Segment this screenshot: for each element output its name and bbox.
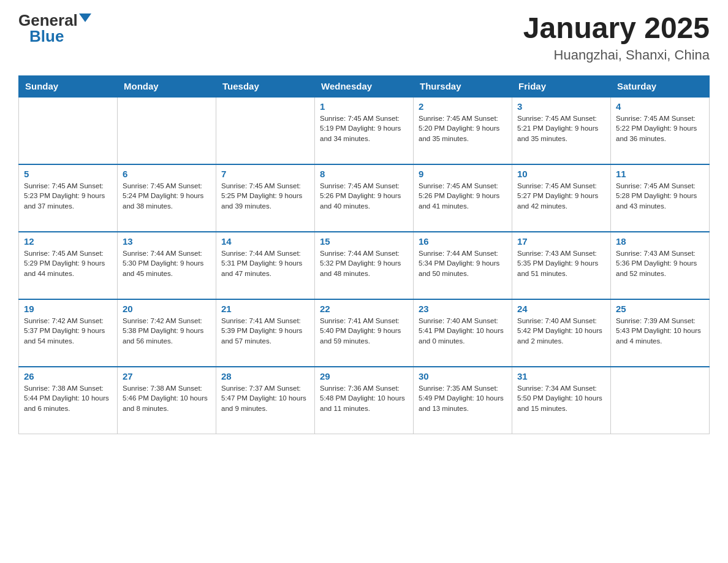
calendar-cell: 24Sunrise: 7:40 AM Sunset: 5:42 PM Dayli… [512,299,611,367]
month-title: January 2025 [523,12,710,45]
calendar-cell: 28Sunrise: 7:37 AM Sunset: 5:47 PM Dayli… [216,367,315,434]
day-info: Sunrise: 7:38 AM Sunset: 5:46 PM Dayligh… [123,383,211,414]
calendar-cell: 29Sunrise: 7:36 AM Sunset: 5:48 PM Dayli… [315,367,414,434]
calendar-cell: 4Sunrise: 7:45 AM Sunset: 5:22 PM Daylig… [611,97,710,164]
calendar-cell: 3Sunrise: 7:45 AM Sunset: 5:21 PM Daylig… [512,97,611,164]
calendar-cell: 15Sunrise: 7:44 AM Sunset: 5:32 PM Dayli… [315,232,414,299]
calendar-cell: 8Sunrise: 7:45 AM Sunset: 5:26 PM Daylig… [315,164,414,232]
day-info: Sunrise: 7:45 AM Sunset: 5:25 PM Dayligh… [221,181,309,212]
logo: General Blue [18,12,91,44]
calendar-cell: 2Sunrise: 7:45 AM Sunset: 5:20 PM Daylig… [414,97,512,164]
logo-triangle-icon [79,13,91,22]
day-number: 10 [517,169,605,179]
header-tuesday: Tuesday [216,75,315,97]
day-info: Sunrise: 7:43 AM Sunset: 5:36 PM Dayligh… [616,248,704,279]
day-number: 17 [517,236,605,247]
week-row-1: 1Sunrise: 7:45 AM Sunset: 5:19 PM Daylig… [19,97,710,164]
day-info: Sunrise: 7:45 AM Sunset: 5:28 PM Dayligh… [616,181,704,212]
day-number: 22 [320,304,408,314]
day-info: Sunrise: 7:45 AM Sunset: 5:27 PM Dayligh… [517,181,605,212]
day-number: 14 [221,236,309,247]
day-info: Sunrise: 7:44 AM Sunset: 5:31 PM Dayligh… [221,248,309,279]
day-info: Sunrise: 7:45 AM Sunset: 5:26 PM Dayligh… [419,181,507,212]
header-wednesday: Wednesday [315,75,414,97]
day-info: Sunrise: 7:45 AM Sunset: 5:19 PM Dayligh… [320,113,408,144]
day-info: Sunrise: 7:45 AM Sunset: 5:23 PM Dayligh… [24,181,112,212]
day-number: 9 [419,169,507,179]
weekday-header-row: Sunday Monday Tuesday Wednesday Thursday… [19,75,710,97]
day-number: 24 [517,304,605,314]
day-info: Sunrise: 7:37 AM Sunset: 5:47 PM Dayligh… [221,383,309,414]
day-number: 8 [320,169,408,179]
day-info: Sunrise: 7:44 AM Sunset: 5:32 PM Dayligh… [320,248,408,279]
day-number: 3 [517,101,605,112]
calendar-cell: 12Sunrise: 7:45 AM Sunset: 5:29 PM Dayli… [19,232,118,299]
calendar-cell: 10Sunrise: 7:45 AM Sunset: 5:27 PM Dayli… [512,164,611,232]
day-info: Sunrise: 7:41 AM Sunset: 5:40 PM Dayligh… [320,316,408,347]
week-row-3: 12Sunrise: 7:45 AM Sunset: 5:29 PM Dayli… [19,232,710,299]
calendar-cell: 27Sunrise: 7:38 AM Sunset: 5:46 PM Dayli… [118,367,216,434]
calendar-cell: 19Sunrise: 7:42 AM Sunset: 5:37 PM Dayli… [19,299,118,367]
calendar-cell: 20Sunrise: 7:42 AM Sunset: 5:38 PM Dayli… [118,299,216,367]
calendar-body: 1Sunrise: 7:45 AM Sunset: 5:19 PM Daylig… [19,97,710,434]
day-number: 5 [24,169,112,179]
calendar-cell: 14Sunrise: 7:44 AM Sunset: 5:31 PM Dayli… [216,232,315,299]
logo-blue-text: Blue [29,28,64,44]
day-info: Sunrise: 7:45 AM Sunset: 5:22 PM Dayligh… [616,113,704,144]
week-row-4: 19Sunrise: 7:42 AM Sunset: 5:37 PM Dayli… [19,299,710,367]
calendar-header: Sunday Monday Tuesday Wednesday Thursday… [19,75,710,97]
day-number: 15 [320,236,408,247]
day-info: Sunrise: 7:43 AM Sunset: 5:35 PM Dayligh… [517,248,605,279]
page-header: General Blue January 2025 Huangzhai, Sha… [18,12,710,63]
day-info: Sunrise: 7:44 AM Sunset: 5:30 PM Dayligh… [123,248,211,279]
day-number: 2 [419,101,507,112]
day-number: 18 [616,236,704,247]
day-number: 6 [123,169,211,179]
title-block: January 2025 Huangzhai, Shanxi, China [523,12,710,63]
day-number: 30 [419,371,507,381]
header-friday: Friday [512,75,611,97]
day-number: 19 [24,304,112,314]
day-info: Sunrise: 7:42 AM Sunset: 5:38 PM Dayligh… [123,316,211,347]
week-row-5: 26Sunrise: 7:38 AM Sunset: 5:44 PM Dayli… [19,367,710,434]
day-number: 20 [123,304,211,314]
calendar-cell: 22Sunrise: 7:41 AM Sunset: 5:40 PM Dayli… [315,299,414,367]
day-info: Sunrise: 7:45 AM Sunset: 5:20 PM Dayligh… [419,113,507,144]
day-number: 12 [24,236,112,247]
day-info: Sunrise: 7:39 AM Sunset: 5:43 PM Dayligh… [616,316,704,347]
header-monday: Monday [118,75,216,97]
calendar-cell: 7Sunrise: 7:45 AM Sunset: 5:25 PM Daylig… [216,164,315,232]
calendar-cell: 13Sunrise: 7:44 AM Sunset: 5:30 PM Dayli… [118,232,216,299]
day-number: 4 [616,101,704,112]
day-number: 25 [616,304,704,314]
calendar-cell [216,97,315,164]
day-info: Sunrise: 7:45 AM Sunset: 5:24 PM Dayligh… [123,181,211,212]
calendar-cell: 16Sunrise: 7:44 AM Sunset: 5:34 PM Dayli… [414,232,512,299]
day-info: Sunrise: 7:41 AM Sunset: 5:39 PM Dayligh… [221,316,309,347]
day-info: Sunrise: 7:45 AM Sunset: 5:29 PM Dayligh… [24,248,112,279]
calendar-table: Sunday Monday Tuesday Wednesday Thursday… [18,75,710,435]
calendar-cell: 31Sunrise: 7:34 AM Sunset: 5:50 PM Dayli… [512,367,611,434]
day-number: 1 [320,101,408,112]
day-number: 16 [419,236,507,247]
calendar-cell: 5Sunrise: 7:45 AM Sunset: 5:23 PM Daylig… [19,164,118,232]
day-number: 31 [517,371,605,381]
calendar-cell: 6Sunrise: 7:45 AM Sunset: 5:24 PM Daylig… [118,164,216,232]
day-info: Sunrise: 7:45 AM Sunset: 5:26 PM Dayligh… [320,181,408,212]
calendar-cell: 1Sunrise: 7:45 AM Sunset: 5:19 PM Daylig… [315,97,414,164]
day-info: Sunrise: 7:35 AM Sunset: 5:49 PM Dayligh… [419,383,507,414]
day-number: 26 [24,371,112,381]
location-title: Huangzhai, Shanxi, China [523,47,710,63]
day-info: Sunrise: 7:34 AM Sunset: 5:50 PM Dayligh… [517,383,605,414]
day-number: 27 [123,371,211,381]
day-number: 11 [616,169,704,179]
day-number: 23 [419,304,507,314]
header-sunday: Sunday [19,75,118,97]
calendar-cell: 9Sunrise: 7:45 AM Sunset: 5:26 PM Daylig… [414,164,512,232]
calendar-cell: 23Sunrise: 7:40 AM Sunset: 5:41 PM Dayli… [414,299,512,367]
header-saturday: Saturday [611,75,710,97]
calendar-cell: 18Sunrise: 7:43 AM Sunset: 5:36 PM Dayli… [611,232,710,299]
calendar-cell [19,97,118,164]
header-thursday: Thursday [414,75,512,97]
calendar-cell: 17Sunrise: 7:43 AM Sunset: 5:35 PM Dayli… [512,232,611,299]
